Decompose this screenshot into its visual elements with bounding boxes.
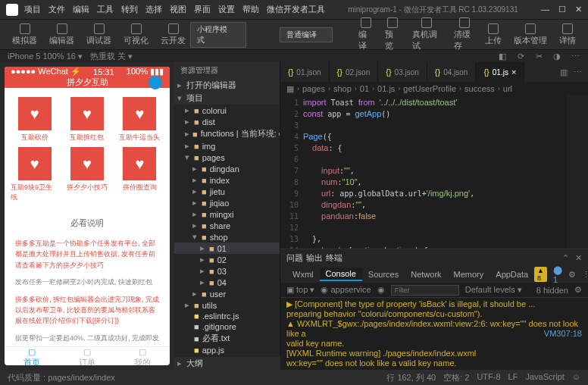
toolbar-button[interactable]: 云开发 [156, 22, 190, 48]
menu-item[interactable]: 视图 [170, 4, 186, 15]
status-left[interactable]: 代码质量 : pages/index/index [8, 372, 115, 383]
folder-node[interactable]: ▸■ 01 [174, 243, 280, 254]
search-icon[interactable] [149, 76, 162, 89]
folder-node[interactable]: ▸■ jiqiao [174, 197, 280, 208]
menu-item[interactable]: 文件 [48, 4, 65, 15]
file-node[interactable]: ■ 必看.txt [174, 332, 280, 345]
folder-node[interactable]: ▸■ user [174, 288, 280, 299]
toolbar-icon[interactable]: ⋯ [570, 51, 580, 61]
status-item[interactable]: JavaScript [525, 372, 564, 383]
device-select[interactable]: iPhone 5 100% 16 ▾ [8, 52, 83, 61]
maximize-icon[interactable]: ☐ [558, 5, 566, 14]
minimap[interactable] [567, 95, 588, 249]
open-editors-section[interactable]: ▸打开的编辑器 [174, 79, 280, 92]
status-item[interactable]: UTF-8 [477, 372, 500, 383]
menu-item[interactable]: 项目 [24, 4, 41, 15]
context-select[interactable]: ▣ top ▾ [286, 285, 314, 295]
console-tab[interactable]: Console [320, 268, 362, 281]
project-root[interactable]: ▾项目 [174, 92, 280, 105]
filter-input[interactable] [391, 285, 459, 296]
mode-select[interactable]: 小程序模式 [190, 22, 246, 48]
more-icon[interactable]: ⋯ [574, 67, 582, 77]
toolbar-button[interactable]: 预览 [380, 16, 404, 53]
close-tab-icon[interactable]: × [511, 67, 516, 77]
breadcrumb-item[interactable]: getUserProfile [403, 84, 456, 93]
breadcrumb-item[interactable]: shop [333, 84, 352, 93]
folder-node[interactable]: ▸■ share [174, 220, 280, 231]
outline-section[interactable]: ▸大纲 [174, 357, 280, 370]
tabbar-item[interactable]: ▢首页 [5, 347, 60, 365]
more-icon[interactable]: ⋮ [582, 270, 588, 280]
folder-node[interactable]: ▸■ dist [174, 116, 280, 127]
levels-select[interactable]: Default levels ▾ [465, 285, 522, 295]
breadcrumb-item[interactable]: 01.js [377, 84, 395, 93]
toolbar-icon[interactable]: ⟳ [515, 51, 526, 61]
folder-node[interactable]: ▾■ shop [174, 231, 280, 243]
toolbar-button[interactable]: 调试器 [82, 22, 116, 48]
grid-item[interactable]: ♥互助牛运当头 [116, 97, 164, 142]
split-icon[interactable]: ▥ [560, 67, 568, 77]
status-item[interactable]: ☺ [572, 372, 580, 383]
compile-select[interactable]: 普通编译 [280, 27, 333, 42]
file-node[interactable]: ■ .eslintrc.js [174, 311, 280, 321]
gear-icon[interactable]: ⚙ [574, 285, 582, 295]
breadcrumb-item[interactable]: url [503, 84, 512, 93]
tabbar-item[interactable]: ▢我的 [114, 347, 170, 365]
toolbar-button[interactable]: 编译 [354, 16, 377, 53]
collapse-icon[interactable]: ⌃ [562, 253, 569, 263]
menu-item[interactable]: 帮助 [242, 4, 259, 15]
hidden-count[interactable]: 8 hidden [536, 286, 568, 295]
toolbar-button[interactable]: 版本管理 [509, 22, 552, 48]
minimize-icon[interactable]: — [541, 5, 549, 14]
editor-tab[interactable]: {} 03.json [378, 62, 427, 82]
toolbar-icon[interactable]: ◧ [497, 51, 508, 61]
toolbar-button[interactable]: 模拟器 [8, 22, 42, 48]
menu-item[interactable]: 微信开发者工具 [267, 4, 325, 15]
hot-reload-toggle[interactable]: 热重载 关 ▾ [90, 51, 133, 62]
tabbar-item[interactable]: ▢订单 [60, 347, 115, 365]
close-icon[interactable]: ✕ [575, 5, 582, 14]
file-node[interactable]: ■ .gitignore [174, 321, 280, 332]
editor-tab[interactable]: {} 01.json [280, 62, 330, 82]
folder-node[interactable]: ▸■ dingdan [174, 163, 280, 174]
status-item[interactable]: 空格: 2 [443, 372, 469, 383]
info-badge[interactable]: ⬤ 1 [553, 265, 562, 284]
file-node[interactable]: ■ app.js [174, 345, 280, 355]
toolbar-button[interactable]: 清缓存 [449, 16, 480, 53]
folder-node[interactable]: ▸■ 04 [174, 277, 280, 288]
toolbar-icon[interactable]: ◑ [552, 51, 562, 61]
menu-item[interactable]: 界面 [194, 4, 211, 15]
folder-node[interactable]: ▸■ utils [174, 299, 280, 311]
breadcrumb-item[interactable]: ▦ [286, 84, 294, 94]
breadcrumb[interactable]: ▦ › pages › shop › 01 › 01.js › getUserP… [280, 82, 588, 95]
folder-node[interactable]: ▸■ colorui [174, 105, 280, 116]
breadcrumb-item[interactable]: 01 [360, 84, 369, 93]
toolbar-button[interactable]: 编辑器 [45, 22, 79, 48]
menu-item[interactable]: 设置 [218, 4, 235, 15]
toolbar-icon[interactable]: ✂ [533, 51, 544, 61]
editor-tab[interactable]: {} 02.json [330, 62, 379, 82]
folder-node[interactable]: ▸■ jietu [174, 186, 280, 197]
grid-item[interactable]: ♥互助砍价 [11, 97, 58, 142]
toolbar-button[interactable]: 真机调试 [408, 16, 446, 53]
folder-node[interactable]: ▸■ 03 [174, 265, 280, 277]
menu-item[interactable]: 编辑 [73, 4, 89, 15]
gear-icon[interactable]: ⚙ [568, 270, 576, 280]
menu-item[interactable]: 选择 [145, 4, 162, 15]
status-item[interactable]: LF [508, 372, 518, 383]
close-icon[interactable]: ✕ [575, 253, 582, 263]
editor-tab[interactable]: {} 04.json [427, 62, 477, 82]
console-tab[interactable]: Network [405, 268, 447, 280]
grid-item[interactable]: ♥拼价圈查询 [116, 147, 164, 202]
folder-node[interactable]: ▸■ mingxi [174, 208, 280, 220]
menu-item[interactable]: 转到 [121, 4, 138, 15]
console-tab[interactable]: Wxml [286, 268, 320, 280]
status-item[interactable]: 行 162, 列 40 [386, 372, 436, 383]
editor-tab[interactable]: {} 01.js × [476, 62, 524, 82]
toolbar-button[interactable]: 可视化 [119, 22, 153, 48]
toolbar-button[interactable]: 上传 [480, 22, 506, 48]
output-tab[interactable]: 输出 [306, 252, 323, 264]
code-editor[interactable]: 123456789101112131415161718 import Toast… [280, 95, 588, 249]
menu-item[interactable]: 工具 [97, 4, 114, 15]
console-tab[interactable]: AppData [489, 268, 534, 280]
